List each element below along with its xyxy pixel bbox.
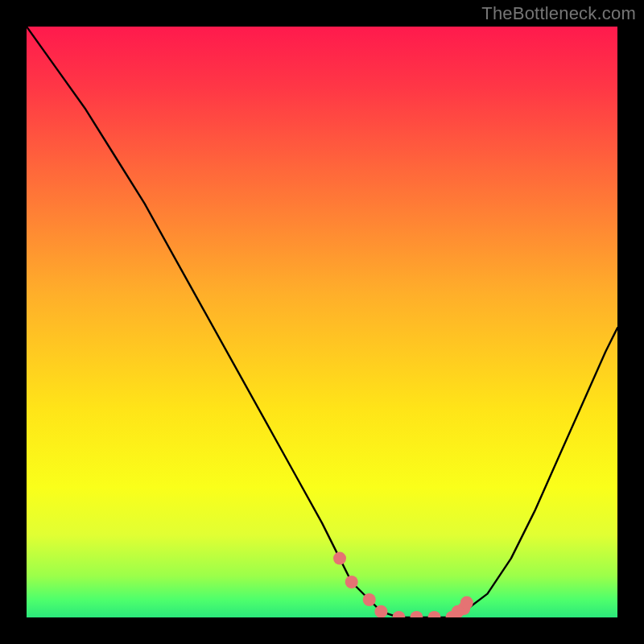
marker-dot	[374, 605, 387, 617]
frame: TheBottleneck.com	[0, 0, 644, 644]
marker-dot	[333, 552, 346, 565]
marker-dot	[345, 576, 358, 588]
plot-area	[27, 27, 617, 617]
marker-dot	[428, 611, 441, 617]
chart-svg	[27, 27, 617, 617]
marker-dot	[392, 611, 405, 617]
attribution-text: TheBottleneck.com	[481, 3, 636, 24]
bottleneck-curve	[27, 27, 617, 617]
marker-dot	[460, 597, 473, 609]
marker-dot	[363, 593, 376, 606]
marker-dot	[410, 611, 423, 617]
highlight-markers	[333, 552, 473, 617]
